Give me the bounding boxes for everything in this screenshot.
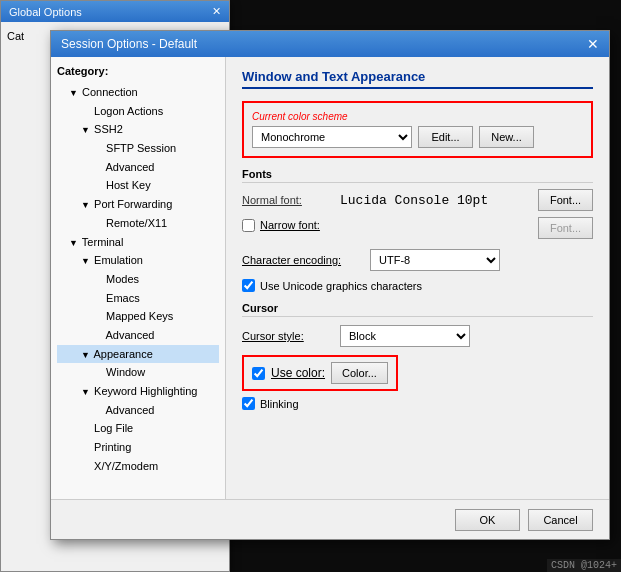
tree-item-modes[interactable]: Modes: [57, 270, 219, 289]
blinking-label: Blinking: [260, 398, 299, 410]
arrow-icon: [93, 273, 103, 288]
statusbar: CSDN @1024+: [547, 559, 621, 572]
color-button[interactable]: Color...: [331, 362, 388, 384]
encoding-select[interactable]: UTF-8 ISO-8859-1 ASCII: [370, 249, 500, 271]
use-color-group: Use color: Color...: [242, 355, 398, 391]
fonts-section: Fonts Normal font: Lucida Console 10pt F…: [242, 168, 593, 239]
blinking-checkbox[interactable]: [242, 397, 255, 410]
tree-item-window[interactable]: Window: [57, 363, 219, 382]
narrow-font-button[interactable]: Font...: [538, 217, 593, 239]
cursor-section-label: Cursor: [242, 302, 593, 317]
tree-item-keyword-highlighting[interactable]: ▼ Keyword Highlighting: [57, 382, 219, 401]
session-dialog: Session Options - Default ✕ Category: ▼ …: [50, 30, 610, 540]
arrow-icon: ▼: [81, 385, 91, 400]
edit-color-scheme-button[interactable]: Edit...: [418, 126, 473, 148]
color-scheme-select[interactable]: Monochrome Default Traditional White/Bla…: [252, 126, 412, 148]
encoding-row: Character encoding: UTF-8 ISO-8859-1 ASC…: [242, 249, 593, 271]
tree-item-advanced-emulation[interactable]: Advanced: [57, 326, 219, 345]
category-label: Category:: [57, 65, 219, 77]
tree-item-emacs[interactable]: Emacs: [57, 289, 219, 308]
arrow-icon: [81, 460, 91, 475]
arrow-icon: [93, 292, 103, 307]
tree-item-sftp-session[interactable]: SFTP Session: [57, 139, 219, 158]
cancel-button[interactable]: Cancel: [528, 509, 593, 531]
arrow-icon: [93, 217, 103, 232]
tree-item-emulation[interactable]: ▼ Emulation: [57, 251, 219, 270]
session-right-panel: Window and Text Appearance Current color…: [226, 57, 609, 537]
tree-item-advanced-ssh[interactable]: Advanced: [57, 158, 219, 177]
arrow-icon: [81, 422, 91, 437]
tree-item-host-key[interactable]: Host Key: [57, 176, 219, 195]
category-tree: ▼ Connection Logon Actions ▼ SSH2 SFTP S…: [57, 83, 219, 475]
tree-item-remote-x11[interactable]: Remote/X11: [57, 214, 219, 233]
arrow-icon: [93, 142, 103, 157]
narrow-font-checkbox[interactable]: [242, 219, 255, 232]
normal-font-row: Normal font: Lucida Console 10pt Font...: [242, 189, 593, 211]
narrow-font-checkbox-row: Narrow font:: [242, 219, 320, 232]
global-options-close[interactable]: ✕: [212, 5, 221, 18]
session-dialog-title: Session Options - Default: [61, 37, 197, 51]
arrow-icon: [93, 179, 103, 194]
new-color-scheme-button[interactable]: New...: [479, 126, 534, 148]
use-color-checkbox[interactable]: [252, 367, 265, 380]
arrow-icon: [93, 329, 103, 344]
arrow-icon: ▼: [81, 198, 91, 213]
tree-item-advanced-kw[interactable]: Advanced: [57, 401, 219, 420]
narrow-font-row: Narrow font: Font...: [242, 217, 593, 239]
color-scheme-label: Current color scheme: [252, 111, 583, 122]
global-options-titlebar: Global Options ✕: [1, 1, 229, 22]
cursor-style-select[interactable]: Block Underline Vertical Bar: [340, 325, 470, 347]
fonts-label: Fonts: [242, 168, 593, 183]
arrow-icon: [93, 404, 103, 419]
normal-font-label: Normal font:: [242, 194, 332, 206]
tree-item-printing[interactable]: Printing: [57, 438, 219, 457]
tree-item-mapped-keys[interactable]: Mapped Keys: [57, 307, 219, 326]
normal-font-button[interactable]: Font...: [538, 189, 593, 211]
arrow-icon: [93, 310, 103, 325]
cursor-section: Cursor Cursor style: Block Underline Ver…: [242, 302, 593, 410]
narrow-font-label: Narrow font:: [260, 219, 320, 231]
section-title: Window and Text Appearance: [242, 69, 593, 89]
cursor-style-label: Cursor style:: [242, 330, 332, 342]
arrow-icon: ▼: [81, 254, 91, 269]
tree-item-terminal[interactable]: ▼ Terminal: [57, 233, 219, 252]
tree-item-log-file[interactable]: Log File: [57, 419, 219, 438]
tree-item-connection[interactable]: ▼ Connection: [57, 83, 219, 102]
ok-button[interactable]: OK: [455, 509, 520, 531]
cursor-style-row: Cursor style: Block Underline Vertical B…: [242, 325, 593, 347]
session-left-panel: Category: ▼ Connection Logon Actions ▼ S…: [51, 57, 226, 537]
color-scheme-group: Current color scheme Monochrome Default …: [242, 101, 593, 158]
tree-item-logon-actions[interactable]: Logon Actions: [57, 102, 219, 121]
use-color-label: Use color:: [271, 366, 325, 380]
tree-item-ssh2[interactable]: ▼ SSH2: [57, 120, 219, 139]
arrow-icon: ▼: [81, 123, 91, 138]
color-scheme-row: Monochrome Default Traditional White/Bla…: [252, 126, 583, 148]
encoding-label: Character encoding:: [242, 254, 362, 266]
arrow-icon: ▼: [69, 236, 79, 251]
dialog-footer: OK Cancel: [51, 499, 609, 539]
unicode-label: Use Unicode graphics characters: [260, 280, 422, 292]
normal-font-value: Lucida Console 10pt: [340, 193, 530, 208]
session-titlebar: Session Options - Default ✕: [51, 31, 609, 57]
tree-item-appearance[interactable]: ▼ Appearance: [57, 345, 219, 364]
unicode-checkbox-row: Use Unicode graphics characters: [242, 279, 593, 292]
arrow-icon: ▼: [69, 86, 79, 101]
session-dialog-close-icon[interactable]: ✕: [587, 36, 599, 52]
session-body: Category: ▼ Connection Logon Actions ▼ S…: [51, 57, 609, 537]
tree-item-xyz-modem[interactable]: X/Y/Zmodem: [57, 457, 219, 476]
tree-item-port-forwarding[interactable]: ▼ Port Forwarding: [57, 195, 219, 214]
arrow-icon: [93, 161, 103, 176]
blinking-checkbox-row: Blinking: [242, 397, 593, 410]
arrow-icon: [81, 105, 91, 120]
global-options-title: Global Options: [9, 6, 82, 18]
arrow-icon: [93, 366, 103, 381]
arrow-icon: [81, 441, 91, 456]
arrow-icon: ▼: [81, 348, 91, 363]
unicode-checkbox[interactable]: [242, 279, 255, 292]
